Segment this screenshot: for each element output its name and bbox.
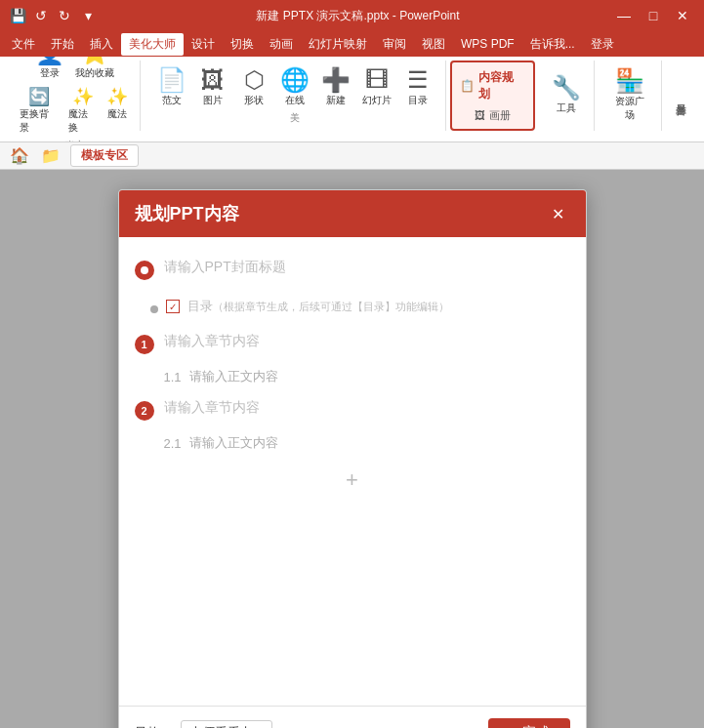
title-bar: 💾 ↺ ↻ ▾ 新建 PPTX 演示文稿.pptx - PowerPoint —… [0, 0, 704, 31]
album-icon: 🖼 [475, 109, 485, 121]
section2-item: 2 请输入章节内容 [135, 393, 570, 426]
menu-insert[interactable]: 插入 [82, 33, 121, 56]
main-area: 规划PPT内容 ✕ 请输入PPT封面标题 ✓ 目录（根据章节生成，后续可通过【目… [0, 170, 704, 728]
ribbon-group-resources: 🏪 资源广场 [599, 61, 662, 131]
style-selector: 风格： 大师看看办 ▾ [135, 720, 272, 728]
menu-login[interactable]: 登录 [583, 33, 622, 56]
add-section-button[interactable]: + [135, 460, 570, 501]
ribbon-btn-favorites[interactable]: ⭐ 我的收藏 [71, 57, 118, 82]
favorites-label: 我的收藏 [75, 66, 114, 80]
magic2-label: 魔法 [107, 107, 127, 121]
menu-design[interactable]: 设计 [184, 33, 223, 56]
shape-label: 形状 [244, 94, 264, 107]
ribbon-btn-magic2[interactable]: ✨ 魔法 [103, 84, 132, 137]
ribbon-btn-magic1[interactable]: ✨ 魔法换 [64, 84, 102, 137]
dialog-overlay: 规划PPT内容 ✕ 请输入PPT封面标题 ✓ 目录（根据章节生成，后续可通过【目… [0, 170, 704, 728]
ribbon-btn-new[interactable]: ➕ 新建 [316, 66, 355, 109]
nav-home-icon[interactable]: 🏠 [8, 144, 31, 168]
complete-button[interactable]: ✓ 完成 [488, 718, 570, 728]
toc-label: 目录 [408, 94, 428, 107]
redo-icon[interactable]: ↻ [55, 6, 74, 25]
shape-icon: ⬡ [244, 68, 265, 92]
slide-label: 幻灯片 [362, 94, 392, 107]
window-title: 新建 PPTX 演示文稿.pptx - PowerPoint [105, 8, 610, 24]
ribbon-btn-fanwen[interactable]: 📄 范文 [152, 66, 191, 109]
toc-icon: ☰ [407, 68, 429, 92]
section2-sub-placeholder[interactable]: 请输入正文内容 [189, 434, 278, 452]
ribbon-btn-image[interactable]: 🖼 图片 [193, 66, 232, 109]
ribbon-btn-login[interactable]: 👤 登录 [30, 57, 69, 82]
fanwen-icon: 📄 [157, 68, 186, 92]
dialog-title: 规划PPT内容 [135, 202, 239, 225]
resources-label: 资源广场 [610, 95, 649, 122]
section1-placeholder[interactable]: 请输入章节内容 [164, 333, 570, 350]
ribbon-group-content-plan: 📋 内容规划 🖼 画册 [450, 61, 535, 131]
magic-label: 魔法换 [68, 107, 98, 135]
toc-checkbox[interactable]: ✓ [166, 300, 180, 313]
menu-start[interactable]: 开始 [43, 33, 82, 56]
toc-item: ✓ 目录（根据章节生成，后续可通过【目录】功能编辑） [135, 294, 570, 319]
bg-icon: 🔄 [28, 86, 50, 107]
style-value: 大师看看办 [189, 724, 253, 728]
ribbon-btn-resources[interactable]: 🏪 资源广场 [606, 67, 653, 124]
cover-bullet-inner [141, 266, 148, 274]
menu-wps-pdf[interactable]: WPS PDF [453, 34, 522, 54]
slide-icon: 🎞 [365, 68, 389, 92]
album-btn[interactable]: 🖼 画册 [475, 108, 511, 123]
style-dropdown[interactable]: 大师看看办 ▾ [181, 720, 272, 728]
favorites-icon: ⭐ [80, 57, 109, 64]
ribbon-group-merge: 合并显示 [666, 61, 696, 131]
ribbon: 👤 登录 ⭐ 我的收藏 🔄 更换背景 ✨ 魔法换 ✨ 魔法 账户 [0, 57, 704, 142]
content-plan-btn[interactable]: 📋 内容规划 [460, 69, 525, 102]
dialog-close-button[interactable]: ✕ [547, 202, 570, 225]
menu-view[interactable]: 视图 [414, 33, 453, 56]
menu-file[interactable]: 文件 [4, 33, 43, 56]
quick-access-toolbar: 💾 ↺ ↻ ▾ [8, 6, 105, 25]
menu-bar: 文件 开始 插入 美化大师 设计 切换 动画 幻灯片映射 审阅 视图 WPS P… [0, 31, 704, 57]
nav-folder-icon[interactable]: 📁 [39, 144, 62, 168]
menu-beautify[interactable]: 美化大师 [121, 33, 184, 56]
cover-item: 请输入PPT封面标题 [135, 253, 570, 286]
ribbon-group-content: 📄 范文 🖼 图片 ⬡ 形状 🌐 在线 ➕ 新建 🎞 幻灯片 [145, 61, 446, 131]
nav-tab-template[interactable]: 模板专区 [70, 144, 139, 167]
dialog-header: 规划PPT内容 ✕ [119, 190, 586, 237]
user-icon: 👤 [35, 57, 64, 64]
save-icon[interactable]: 💾 [8, 6, 27, 25]
maximize-button[interactable]: □ [640, 2, 667, 29]
cover-bullet [135, 261, 154, 280]
style-label: 风格： [135, 724, 173, 728]
undo-icon[interactable]: ↺ [31, 6, 51, 25]
more-icon[interactable]: ▾ [78, 6, 98, 25]
ribbon-group-tools: 🔧 工具 [539, 61, 595, 131]
cover-placeholder[interactable]: 请输入PPT封面标题 [164, 259, 570, 276]
section1-item: 1 请输入章节内容 [135, 327, 570, 360]
ribbon-btn-bg[interactable]: 🔄 更换背景 [16, 84, 62, 137]
image-icon: 🖼 [201, 68, 225, 92]
section1-number: 1 [135, 335, 154, 354]
nav-bar: 🏠 📁 模板专区 [0, 142, 704, 170]
ribbon-row-2: 🔄 更换背景 ✨ 魔法换 ✨ 魔法 [16, 84, 132, 137]
ribbon-btn-shape[interactable]: ⬡ 形状 [234, 66, 273, 109]
dialog-body: 请输入PPT封面标题 ✓ 目录（根据章节生成，后续可通过【目录】功能编辑） 1 … [119, 237, 586, 706]
content-plan-label: 内容规划 [478, 69, 525, 102]
ribbon-row: 👤 登录 ⭐ 我的收藏 [30, 57, 118, 82]
ribbon-btn-toc[interactable]: ☰ 目录 [398, 66, 437, 109]
menu-slideshow[interactable]: 幻灯片映射 [301, 33, 375, 56]
menu-review[interactable]: 审阅 [375, 33, 414, 56]
menu-animate[interactable]: 动画 [262, 33, 301, 56]
menu-switch[interactable]: 切换 [223, 33, 262, 56]
ribbon-btn-tools[interactable]: 🔧 工具 [547, 74, 586, 117]
section1-sub: 1.1 请输入正文内容 [135, 368, 570, 385]
tools-icon: 🔧 [552, 76, 581, 100]
ribbon-btn-slide[interactable]: 🎞 幻灯片 [357, 66, 396, 109]
section2-number: 2 [135, 401, 154, 421]
content-plan-icon: 📋 [460, 79, 475, 93]
ribbon-btn-online[interactable]: 🌐 在线 [275, 66, 314, 109]
toc-suffix: （根据章节生成，后续可通过【目录】功能编辑） [213, 301, 449, 312]
minimize-button[interactable]: — [610, 2, 638, 29]
section1-sub-placeholder[interactable]: 请输入正文内容 [189, 368, 278, 385]
menu-search[interactable]: 告诉我... [522, 33, 583, 56]
section2-placeholder[interactable]: 请输入章节内容 [164, 399, 570, 417]
bg-label: 更换背景 [20, 107, 59, 135]
close-button[interactable]: ✕ [669, 2, 696, 29]
